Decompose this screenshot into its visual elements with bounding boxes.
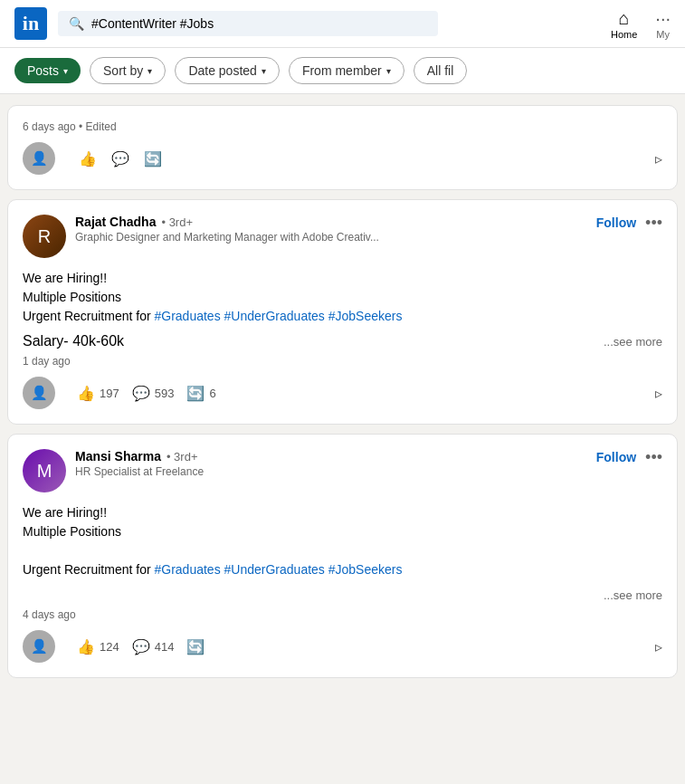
my-icon: ··· [655, 8, 671, 29]
post-header-rajat: R Rajat Chadha • 3rd+ Graphic Designer a… [23, 215, 662, 258]
post-actions-rajat: Follow ••• [596, 215, 662, 231]
partial-comment-button[interactable]: 💬 [111, 150, 129, 167]
filter-from-member[interactable]: From member ▾ [289, 57, 404, 84]
degree-mansi: • 3rd+ [166, 450, 198, 464]
like-icon: 👍 [79, 150, 97, 167]
comment-icon-rajat: 💬 [132, 385, 150, 402]
content-area: 6 days ago • Edited 👤 👍 💬 🔄 ▹ R Rajat Ch… [0, 94, 685, 689]
like-count-mansi: 124 [100, 640, 119, 654]
hashtag-graduates-rajat[interactable]: #Graduates [155, 309, 221, 323]
like-button-rajat[interactable]: 👍 197 [77, 385, 119, 402]
search-input[interactable] [91, 16, 427, 31]
post-card-mansi: M Mansi Sharma • 3rd+ HR Specialist at F… [7, 434, 678, 678]
post-line-2-mansi: Multiple Positions [23, 522, 662, 541]
repost-count-rajat: 6 [209, 387, 215, 400]
hashtag-jobseekers-rajat[interactable]: #JobSeekers [328, 309, 403, 323]
comment-count-mansi: 414 [155, 640, 175, 654]
engagement-mansi: 👤 👍 124 💬 414 🔄 ▹ [23, 630, 662, 663]
post-timestamp-mansi: 4 days ago [23, 608, 662, 621]
linkedin-logo[interactable]: in [14, 7, 47, 40]
partial-repost-button[interactable]: 🔄 [144, 150, 162, 167]
degree-rajat: • 3rd+ [161, 215, 193, 229]
hashtag-undergrads-rajat[interactable]: #UnderGraduates [224, 309, 325, 323]
reactor-avatar-rajat: 👤 [23, 377, 55, 409]
see-more-rajat[interactable]: ...see more [604, 335, 662, 349]
post-line-2-rajat: Multiple Positions [23, 288, 662, 307]
search-icon: 🔍 [69, 16, 84, 31]
posts-chevron-icon: ▾ [63, 66, 68, 76]
more-button-rajat[interactable]: ••• [645, 215, 662, 231]
date-chevron-icon: ▾ [262, 66, 266, 76]
engagement-rajat: 👤 👍 197 💬 593 🔄 6 ▹ [23, 377, 662, 409]
repost-icon-rajat: 🔄 [186, 385, 205, 402]
member-chevron-icon: ▾ [386, 66, 391, 76]
author-subtitle-mansi: HR Specialist at Freelance [75, 465, 596, 478]
partial-timestamp: 6 days ago • Edited [23, 120, 662, 133]
nav-my[interactable]: ··· My [655, 8, 671, 40]
partial-share-icon[interactable]: ▹ [655, 150, 662, 167]
avatar-mansi[interactable]: M [23, 449, 66, 492]
post-line-1-mansi: We are Hiring!! [23, 503, 662, 522]
comment-button-rajat[interactable]: 💬 593 [132, 385, 175, 402]
partial-like-button[interactable]: 👍 [79, 150, 97, 167]
user-info-rajat: Rajat Chadha • 3rd+ Graphic Designer and… [75, 215, 596, 244]
follow-button-mansi[interactable]: Follow [596, 450, 636, 464]
comment-icon-mansi: 💬 [132, 638, 150, 655]
post-timestamp-rajat: 1 day ago [23, 355, 662, 368]
nav-right: ⌂ Home ··· My [611, 8, 671, 40]
partial-action-bar: 👤 👍 💬 🔄 ▹ [23, 142, 662, 175]
filter-all-filters[interactable]: All fil [414, 57, 468, 84]
nav-home[interactable]: ⌂ Home [611, 8, 637, 40]
comment-icon: 💬 [111, 150, 129, 167]
author-subtitle-rajat: Graphic Designer and Marketing Manager w… [75, 231, 596, 244]
filter-bar: Posts ▾ Sort by ▾ Date posted ▾ From mem… [0, 48, 685, 94]
reactor-avatar-mansi: 👤 [23, 630, 55, 663]
sort-chevron-icon: ▾ [147, 66, 152, 76]
salary-text-rajat: Salary- 40k-60k [23, 333, 124, 349]
more-button-mansi[interactable]: ••• [645, 449, 662, 465]
salary-line-rajat: Salary- 40k-60k ...see more [23, 333, 662, 349]
post-card-rajat: R Rajat Chadha • 3rd+ Graphic Designer a… [7, 199, 678, 425]
share-icon-mansi[interactable]: ▹ [655, 638, 662, 655]
home-icon: ⌂ [619, 8, 630, 29]
filter-posts[interactable]: Posts ▾ [14, 58, 81, 83]
avatar-rajat[interactable]: R [23, 215, 66, 258]
share-icon-rajat[interactable]: ▹ [655, 385, 662, 402]
partial-post-card: 6 days ago • Edited 👤 👍 💬 🔄 ▹ [7, 105, 678, 190]
post-header-mansi: M Mansi Sharma • 3rd+ HR Specialist at F… [23, 449, 662, 492]
author-name-mansi[interactable]: Mansi Sharma [75, 449, 161, 464]
follow-button-rajat[interactable]: Follow [596, 215, 636, 230]
post-line-1-rajat: We are Hiring!! [23, 269, 662, 288]
post-body-mansi: We are Hiring!! Multiple Positions Urgen… [23, 503, 662, 579]
like-icon-rajat: 👍 [77, 385, 95, 402]
post-body-rajat: We are Hiring!! Multiple Positions Urgen… [23, 269, 662, 326]
header: in 🔍 ⌂ Home ··· My [0, 0, 685, 48]
hashtag-graduates-mansi[interactable]: #Graduates [155, 562, 221, 577]
post-line-3-mansi: Urgent Recruitment for #Graduates #Under… [23, 560, 662, 579]
comment-button-mansi[interactable]: 💬 414 [132, 638, 175, 655]
repost-icon: 🔄 [144, 150, 162, 167]
hashtag-undergrads-mansi[interactable]: #UnderGraduates [224, 562, 325, 577]
repost-icon-mansi: 🔄 [186, 638, 205, 655]
user-info-mansi: Mansi Sharma • 3rd+ HR Specialist at Fre… [75, 449, 596, 478]
like-count-rajat: 197 [100, 387, 119, 400]
see-more-mansi[interactable]: ...see more [604, 588, 662, 602]
filter-date-posted[interactable]: Date posted ▾ [175, 57, 280, 84]
post-actions-mansi: Follow ••• [596, 449, 662, 465]
search-bar[interactable]: 🔍 [58, 11, 438, 36]
repost-button-rajat[interactable]: 🔄 6 [186, 385, 215, 402]
like-button-mansi[interactable]: 👍 124 [77, 638, 119, 655]
comment-count-rajat: 593 [155, 387, 175, 400]
post-line-3-rajat: Urgent Recruitment for #Graduates #Under… [23, 307, 662, 326]
like-icon-mansi: 👍 [77, 638, 95, 655]
repost-button-mansi[interactable]: 🔄 [186, 638, 205, 655]
author-name-rajat[interactable]: Rajat Chadha [75, 215, 156, 229]
filter-sort-by[interactable]: Sort by ▾ [90, 57, 166, 84]
partial-avatar: 👤 [23, 142, 55, 175]
hashtag-jobseekers-mansi[interactable]: #JobSeekers [328, 562, 403, 577]
